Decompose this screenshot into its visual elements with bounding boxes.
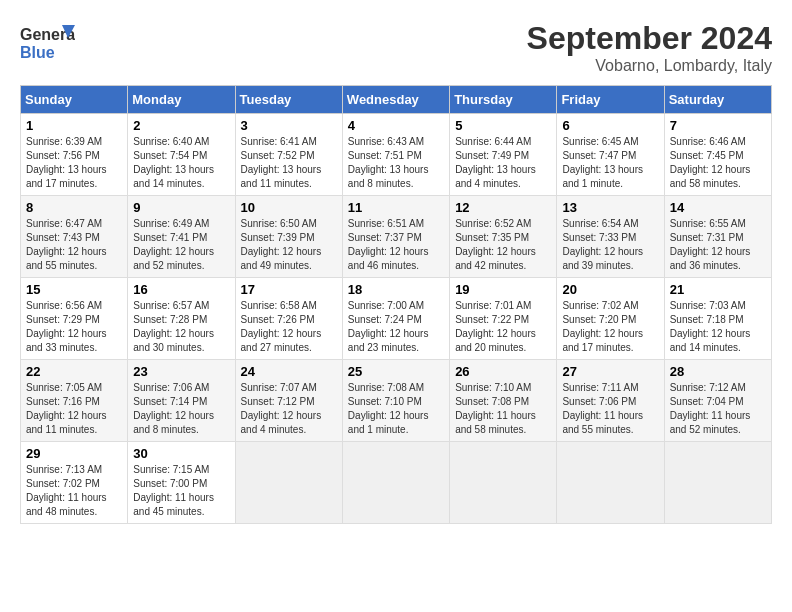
calendar-week-row: 29 Sunrise: 7:13 AMSunset: 7:02 PMDaylig… (21, 442, 772, 524)
calendar-cell: 18 Sunrise: 7:00 AMSunset: 7:24 PMDaylig… (342, 278, 449, 360)
day-info: Sunrise: 6:46 AMSunset: 7:45 PMDaylight:… (670, 136, 751, 189)
calendar-cell: 5 Sunrise: 6:44 AMSunset: 7:49 PMDayligh… (450, 114, 557, 196)
day-info: Sunrise: 7:15 AMSunset: 7:00 PMDaylight:… (133, 464, 214, 517)
day-number: 1 (26, 118, 122, 133)
day-info: Sunrise: 6:43 AMSunset: 7:51 PMDaylight:… (348, 136, 429, 189)
calendar-week-row: 1 Sunrise: 6:39 AMSunset: 7:56 PMDayligh… (21, 114, 772, 196)
day-info: Sunrise: 7:08 AMSunset: 7:10 PMDaylight:… (348, 382, 429, 435)
page-header: General Blue September 2024 Vobarno, Lom… (20, 20, 772, 75)
calendar-week-row: 15 Sunrise: 6:56 AMSunset: 7:29 PMDaylig… (21, 278, 772, 360)
calendar-week-row: 22 Sunrise: 7:05 AMSunset: 7:16 PMDaylig… (21, 360, 772, 442)
day-info: Sunrise: 6:56 AMSunset: 7:29 PMDaylight:… (26, 300, 107, 353)
calendar-cell: 16 Sunrise: 6:57 AMSunset: 7:28 PMDaylig… (128, 278, 235, 360)
calendar-cell: 6 Sunrise: 6:45 AMSunset: 7:47 PMDayligh… (557, 114, 664, 196)
day-info: Sunrise: 6:54 AMSunset: 7:33 PMDaylight:… (562, 218, 643, 271)
day-number: 13 (562, 200, 658, 215)
day-number: 30 (133, 446, 229, 461)
calendar-table: SundayMondayTuesdayWednesdayThursdayFrid… (20, 85, 772, 524)
day-number: 7 (670, 118, 766, 133)
header-row: SundayMondayTuesdayWednesdayThursdayFrid… (21, 86, 772, 114)
day-info: Sunrise: 7:07 AMSunset: 7:12 PMDaylight:… (241, 382, 322, 435)
day-info: Sunrise: 7:03 AMSunset: 7:18 PMDaylight:… (670, 300, 751, 353)
calendar-cell: 20 Sunrise: 7:02 AMSunset: 7:20 PMDaylig… (557, 278, 664, 360)
calendar-cell: 7 Sunrise: 6:46 AMSunset: 7:45 PMDayligh… (664, 114, 771, 196)
calendar-cell: 3 Sunrise: 6:41 AMSunset: 7:52 PMDayligh… (235, 114, 342, 196)
day-number: 27 (562, 364, 658, 379)
month-title: September 2024 (527, 20, 772, 57)
calendar-cell: 8 Sunrise: 6:47 AMSunset: 7:43 PMDayligh… (21, 196, 128, 278)
calendar-cell: 27 Sunrise: 7:11 AMSunset: 7:06 PMDaylig… (557, 360, 664, 442)
col-header-saturday: Saturday (664, 86, 771, 114)
day-number: 24 (241, 364, 337, 379)
calendar-cell: 28 Sunrise: 7:12 AMSunset: 7:04 PMDaylig… (664, 360, 771, 442)
calendar-cell: 24 Sunrise: 7:07 AMSunset: 7:12 PMDaylig… (235, 360, 342, 442)
day-info: Sunrise: 7:01 AMSunset: 7:22 PMDaylight:… (455, 300, 536, 353)
logo: General Blue (20, 20, 74, 60)
calendar-cell: 1 Sunrise: 6:39 AMSunset: 7:56 PMDayligh… (21, 114, 128, 196)
day-info: Sunrise: 6:51 AMSunset: 7:37 PMDaylight:… (348, 218, 429, 271)
day-info: Sunrise: 6:45 AMSunset: 7:47 PMDaylight:… (562, 136, 643, 189)
location: Vobarno, Lombardy, Italy (527, 57, 772, 75)
day-info: Sunrise: 7:11 AMSunset: 7:06 PMDaylight:… (562, 382, 643, 435)
day-number: 4 (348, 118, 444, 133)
calendar-cell: 9 Sunrise: 6:49 AMSunset: 7:41 PMDayligh… (128, 196, 235, 278)
day-number: 6 (562, 118, 658, 133)
title-block: September 2024 Vobarno, Lombardy, Italy (527, 20, 772, 75)
col-header-sunday: Sunday (21, 86, 128, 114)
calendar-cell: 11 Sunrise: 6:51 AMSunset: 7:37 PMDaylig… (342, 196, 449, 278)
day-info: Sunrise: 7:10 AMSunset: 7:08 PMDaylight:… (455, 382, 536, 435)
day-number: 21 (670, 282, 766, 297)
day-info: Sunrise: 7:12 AMSunset: 7:04 PMDaylight:… (670, 382, 751, 435)
day-number: 12 (455, 200, 551, 215)
calendar-cell: 30 Sunrise: 7:15 AMSunset: 7:00 PMDaylig… (128, 442, 235, 524)
day-number: 22 (26, 364, 122, 379)
calendar-cell: 23 Sunrise: 7:06 AMSunset: 7:14 PMDaylig… (128, 360, 235, 442)
day-info: Sunrise: 6:41 AMSunset: 7:52 PMDaylight:… (241, 136, 322, 189)
col-header-friday: Friday (557, 86, 664, 114)
calendar-cell (450, 442, 557, 524)
day-number: 25 (348, 364, 444, 379)
day-info: Sunrise: 6:44 AMSunset: 7:49 PMDaylight:… (455, 136, 536, 189)
calendar-cell: 4 Sunrise: 6:43 AMSunset: 7:51 PMDayligh… (342, 114, 449, 196)
calendar-cell: 10 Sunrise: 6:50 AMSunset: 7:39 PMDaylig… (235, 196, 342, 278)
day-number: 18 (348, 282, 444, 297)
calendar-cell: 17 Sunrise: 6:58 AMSunset: 7:26 PMDaylig… (235, 278, 342, 360)
col-header-tuesday: Tuesday (235, 86, 342, 114)
col-header-thursday: Thursday (450, 86, 557, 114)
calendar-week-row: 8 Sunrise: 6:47 AMSunset: 7:43 PMDayligh… (21, 196, 772, 278)
calendar-cell: 14 Sunrise: 6:55 AMSunset: 7:31 PMDaylig… (664, 196, 771, 278)
day-info: Sunrise: 6:49 AMSunset: 7:41 PMDaylight:… (133, 218, 214, 271)
calendar-cell (557, 442, 664, 524)
col-header-monday: Monday (128, 86, 235, 114)
day-info: Sunrise: 7:13 AMSunset: 7:02 PMDaylight:… (26, 464, 107, 517)
calendar-cell: 13 Sunrise: 6:54 AMSunset: 7:33 PMDaylig… (557, 196, 664, 278)
day-number: 19 (455, 282, 551, 297)
day-info: Sunrise: 7:06 AMSunset: 7:14 PMDaylight:… (133, 382, 214, 435)
day-number: 28 (670, 364, 766, 379)
day-number: 29 (26, 446, 122, 461)
day-number: 5 (455, 118, 551, 133)
day-number: 2 (133, 118, 229, 133)
calendar-cell: 15 Sunrise: 6:56 AMSunset: 7:29 PMDaylig… (21, 278, 128, 360)
day-number: 15 (26, 282, 122, 297)
day-info: Sunrise: 6:57 AMSunset: 7:28 PMDaylight:… (133, 300, 214, 353)
day-info: Sunrise: 7:05 AMSunset: 7:16 PMDaylight:… (26, 382, 107, 435)
day-info: Sunrise: 6:47 AMSunset: 7:43 PMDaylight:… (26, 218, 107, 271)
day-number: 11 (348, 200, 444, 215)
col-header-wednesday: Wednesday (342, 86, 449, 114)
day-info: Sunrise: 6:55 AMSunset: 7:31 PMDaylight:… (670, 218, 751, 271)
calendar-cell (664, 442, 771, 524)
calendar-cell: 19 Sunrise: 7:01 AMSunset: 7:22 PMDaylig… (450, 278, 557, 360)
day-number: 8 (26, 200, 122, 215)
calendar-cell (235, 442, 342, 524)
day-info: Sunrise: 6:58 AMSunset: 7:26 PMDaylight:… (241, 300, 322, 353)
day-info: Sunrise: 7:02 AMSunset: 7:20 PMDaylight:… (562, 300, 643, 353)
svg-text:Blue: Blue (20, 44, 55, 61)
day-number: 16 (133, 282, 229, 297)
calendar-cell: 26 Sunrise: 7:10 AMSunset: 7:08 PMDaylig… (450, 360, 557, 442)
calendar-cell (342, 442, 449, 524)
day-number: 10 (241, 200, 337, 215)
day-number: 9 (133, 200, 229, 215)
day-number: 17 (241, 282, 337, 297)
calendar-cell: 12 Sunrise: 6:52 AMSunset: 7:35 PMDaylig… (450, 196, 557, 278)
